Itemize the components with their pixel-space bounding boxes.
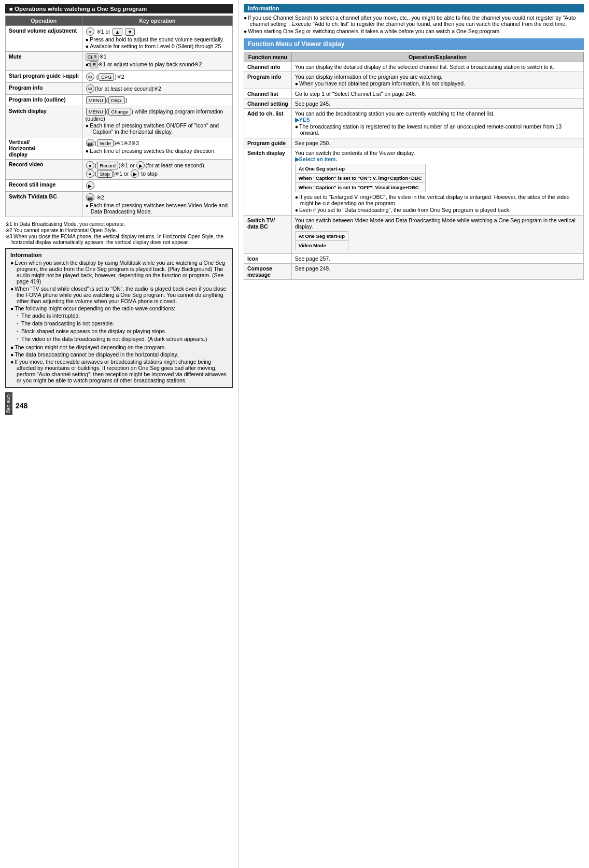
- func-switch-display: Switch display: [244, 148, 292, 216]
- func-compose: Composemessage: [244, 264, 292, 280]
- table-row: Record video ●(Record)※1 or ▶(for at lea…: [6, 160, 233, 180]
- func-program-info: Program info: [244, 72, 292, 89]
- page-footer: One Seg 248: [5, 392, 233, 415]
- table-row: Channel list Go to step 1 of "Select Cha…: [244, 89, 584, 99]
- desc-compose: See page 249.: [291, 264, 583, 280]
- key-sound: ≡ ※1 or ▲ ▼ Press and hold to adjust the…: [82, 26, 232, 52]
- desc-switch-display: You can switch the contents of the Viewe…: [291, 148, 583, 216]
- func-col-desc: Operation/Explanation: [291, 52, 583, 62]
- func-icon: Icon: [244, 254, 292, 264]
- op-proginfo: Program info: [6, 83, 82, 95]
- op-proginfo-outline: Program info (outline): [6, 95, 82, 106]
- section-title: Operations while watching a One Seg prog…: [5, 4, 233, 13]
- key-record-video: ●(Record)※1 or ▶(for at least one second…: [82, 160, 232, 180]
- clr-btn: CLR: [86, 53, 99, 61]
- stop-circle-btn: ●: [86, 169, 94, 178]
- table-row: Channel info You can display the detaile…: [244, 62, 584, 72]
- table-row: Switch TV/data BC 📷 ※2 Each time of pres…: [6, 192, 233, 217]
- key-proginfo-outline: MENU(Disp.): [82, 95, 232, 106]
- record-btn: Record: [97, 162, 118, 169]
- play-btn: ▶: [136, 161, 145, 169]
- func-add-ch: Add to ch. list: [244, 109, 292, 138]
- footnote-3: ※3 When you close the FOMA phone, the ve…: [5, 234, 233, 245]
- desc-channel-info: You can display the detailed display of …: [291, 62, 583, 72]
- table-row: Program info ✉(for at least one second)※…: [6, 83, 233, 95]
- desc-add-ch: You can add the broadcasting station you…: [291, 109, 583, 138]
- func-col-menu: Function menu: [244, 52, 292, 62]
- menu-btn2: MENU: [86, 108, 106, 116]
- key-vh-display: 📷(Wide)※1※2※3 Each time of pressing swit…: [82, 137, 232, 160]
- key-guide: ✉ (EPG)※2: [82, 71, 232, 83]
- clr-btn2: CLR: [90, 61, 98, 68]
- arrow-select: ▶Select an item.: [295, 156, 338, 162]
- table-row: Switch display You can switch the conten…: [244, 148, 584, 216]
- table-row: Channel setting See page 245.: [244, 99, 584, 109]
- table-row: Record still image ▶: [6, 180, 233, 192]
- op-switch-display: Switch display: [6, 106, 82, 137]
- mail-btn: ✉: [86, 84, 94, 93]
- table-row: Icon See page 257.: [244, 254, 584, 264]
- desc-program-info: You can display information of the progr…: [291, 72, 583, 89]
- func-section-title: Function Menu of Viewer display: [244, 38, 584, 50]
- menu-btn: MENU: [86, 96, 106, 104]
- table-row: Switch TV/data BC You can switch between…: [244, 216, 584, 254]
- operations-table: Operation Key operation Sound volume adj…: [5, 16, 233, 217]
- envelope-btn: ✉: [86, 73, 94, 81]
- table-row: Vertical/Horizontaldisplay 📷(Wide)※1※2※3…: [6, 137, 233, 160]
- key-record-still: ▶: [82, 180, 232, 192]
- left-column: Operations while watching a One Seg prog…: [0, 0, 239, 868]
- one-seg-label: One Seg: [5, 392, 12, 415]
- function-table: Function menu Operation/Explanation Chan…: [244, 52, 584, 280]
- op-vh-display: Vertical/Horizontaldisplay: [6, 137, 82, 160]
- wide-btn: Wide: [97, 139, 114, 147]
- table-row: Sound volume adjustment ≡ ※1 or ▲ ▼ Pres…: [6, 26, 233, 52]
- footnote-2: ※2 You cannot operate in Horizontal Open…: [5, 227, 233, 233]
- key-proginfo: ✉(for at least one second)※2: [82, 83, 232, 95]
- table-row: Program guide See page 250.: [244, 138, 584, 148]
- play-btn2: ▶: [131, 169, 139, 178]
- op-guide: Start program guide i-αppli: [6, 71, 82, 83]
- desc-icon: See page 257.: [291, 254, 583, 264]
- info-bullets-right: If you use Channel Search to select a ch…: [244, 15, 584, 34]
- key-mute: CLR※1 CLR※1 or adjust volume to play bac…: [82, 52, 232, 71]
- down-arrow: ▼: [125, 28, 135, 36]
- op-sound: Sound volume adjustment: [6, 26, 82, 52]
- footnote-1: ※1 In Data Broadcasting Mode, you cannot…: [5, 221, 233, 227]
- key-switch-tv: 📷 ※2 Each time of pressing switches betw…: [82, 192, 232, 217]
- info-title-left: Information: [10, 252, 228, 258]
- desc-channel-setting: See page 245.: [291, 99, 583, 109]
- camera-btn: 📷: [86, 139, 94, 147]
- table-row: Mute CLR※1 CLR※1 or adjust volume to pla…: [6, 52, 233, 71]
- key-switch-display: MENU(Change) while displaying program in…: [82, 106, 232, 137]
- camera-btn2: 📷: [86, 193, 94, 202]
- vol-btn: ≡: [86, 27, 94, 36]
- table-row: Start program guide i-αppli ✉ (EPG)※2: [6, 71, 233, 83]
- switch-tv-mini-table: At One Seg start-up Video Mode: [295, 231, 348, 250]
- table-row: Switch display MENU(Change) while displa…: [6, 106, 233, 137]
- col-key: Key operation: [82, 16, 232, 26]
- desc-switch-tv: You can switch between Video Mode and Da…: [291, 216, 583, 254]
- change-btn: Change: [108, 108, 131, 116]
- play-btn3: ▶: [86, 181, 94, 190]
- info-box-left: Information Even when you switch the dis…: [5, 248, 233, 388]
- right-column: Information If you use Channel Search to…: [239, 0, 589, 868]
- op-mute: Mute: [6, 52, 82, 71]
- col-operation: Operation: [6, 16, 82, 26]
- stop-btn: Stop: [97, 170, 113, 178]
- func-channel-info: Channel info: [244, 62, 292, 72]
- func-channel-list: Channel list: [244, 89, 292, 99]
- rec-circle-btn: ●: [86, 161, 94, 169]
- epg-btn: EPG: [99, 73, 114, 81]
- table-row: Add to ch. list You can add the broadcas…: [244, 109, 584, 138]
- func-switch-tv: Switch TV/data BC: [244, 216, 292, 254]
- op-record-still: Record still image: [6, 180, 82, 192]
- up-arrow: ▲: [113, 28, 122, 36]
- func-channel-setting: Channel setting: [244, 99, 292, 109]
- func-program-guide: Program guide: [244, 138, 292, 148]
- table-row: Program info You can display information…: [244, 72, 584, 89]
- disp-btn: Disp.: [108, 96, 125, 104]
- op-record-video: Record video: [6, 160, 82, 180]
- switch-display-mini-table: At One Seg start-up When "Caption" is se…: [295, 164, 426, 192]
- table-row: Program info (outline) MENU(Disp.): [6, 95, 233, 106]
- info-box-right-title: Information: [244, 4, 584, 12]
